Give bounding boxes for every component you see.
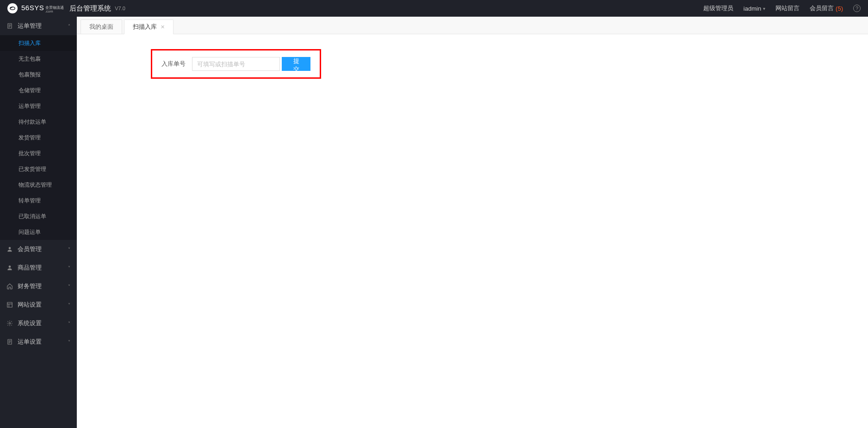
svg-point-9 bbox=[9, 322, 11, 324]
tab[interactable]: 我的桌面 bbox=[81, 19, 122, 34]
sidebar-item[interactable]: 已发货管理 bbox=[0, 161, 77, 177]
main-area: 我的桌面扫描入库✕ 入库单号 提交 bbox=[77, 17, 868, 428]
sidebar-item[interactable]: 无主包裹 bbox=[0, 51, 77, 67]
app-header: 56SYS全景物流通.com 后台管理系统 V7.0 超级管理员 iadmin … bbox=[0, 0, 868, 17]
sidebar-group-label: 运单设置 bbox=[18, 338, 42, 346]
home-icon bbox=[6, 283, 13, 290]
sidebar-item[interactable]: 批次管理 bbox=[0, 145, 77, 161]
sidebar-item[interactable]: 扫描入库 bbox=[0, 35, 77, 51]
sidebar: 运单管理˄扫描入库无主包裹包裹预报仓储管理运单管理待付款运单发货管理批次管理已发… bbox=[0, 17, 77, 428]
chevron-down-icon: ˅ bbox=[68, 302, 70, 308]
sidebar-item[interactable]: 转单管理 bbox=[0, 193, 77, 208]
system-title: 后台管理系统 bbox=[69, 4, 111, 13]
user-name: iadmin bbox=[744, 5, 761, 12]
sidebar-group[interactable]: 网站设置˅ bbox=[0, 296, 77, 314]
tab[interactable]: 扫描入库✕ bbox=[124, 19, 174, 34]
order-number-input[interactable] bbox=[192, 57, 280, 71]
sidebar-group-label: 系统设置 bbox=[18, 319, 42, 327]
sidebar-group[interactable]: 系统设置˅ bbox=[0, 314, 77, 333]
svg-point-5 bbox=[9, 265, 11, 268]
tab-label: 我的桌面 bbox=[89, 20, 113, 34]
submit-button[interactable]: 提交 bbox=[282, 57, 310, 71]
header-right: 超级管理员 iadmin ▾ 网站留言 会员留言 (5) ? bbox=[703, 4, 861, 13]
logo-text: 56SYS全景物流通.com bbox=[21, 4, 64, 13]
tab-bar: 我的桌面扫描入库✕ bbox=[77, 17, 868, 34]
sidebar-item[interactable]: 已取消运单 bbox=[0, 208, 77, 224]
help-button[interactable]: ? bbox=[853, 5, 861, 12]
sidebar-group[interactable]: 会员管理˅ bbox=[0, 240, 77, 258]
sidebar-group-label: 财务管理 bbox=[18, 282, 42, 290]
sidebar-item[interactable]: 仓储管理 bbox=[0, 82, 77, 98]
sidebar-item[interactable]: 待付款运单 bbox=[0, 114, 77, 130]
sidebar-group[interactable]: 运单管理˄ bbox=[0, 17, 77, 35]
doc-icon bbox=[6, 339, 13, 345]
logo: 56SYS全景物流通.com bbox=[7, 3, 64, 13]
sidebar-group-label: 网站设置 bbox=[18, 301, 42, 309]
logo-icon bbox=[7, 3, 18, 13]
sidebar-group-label: 商品管理 bbox=[18, 264, 42, 272]
user-icon bbox=[6, 246, 13, 252]
sidebar-group[interactable]: 商品管理˅ bbox=[0, 258, 77, 277]
content-panel: 入库单号 提交 bbox=[77, 34, 868, 428]
chevron-down-icon: ˅ bbox=[68, 265, 70, 271]
close-icon[interactable]: ✕ bbox=[161, 20, 165, 34]
tab-label: 扫描入库 bbox=[133, 20, 157, 34]
sidebar-item[interactable]: 运单管理 bbox=[0, 98, 77, 114]
logo-sub2: .com bbox=[45, 10, 64, 13]
chevron-up-icon: ˄ bbox=[68, 24, 70, 29]
user-menu[interactable]: iadmin ▾ bbox=[744, 5, 765, 12]
scan-form-highlight: 入库单号 提交 bbox=[151, 49, 321, 79]
chevron-down-icon: ▾ bbox=[763, 6, 765, 11]
svg-point-4 bbox=[9, 247, 11, 249]
chevron-down-icon: ˅ bbox=[68, 321, 70, 326]
role-label: 超级管理员 bbox=[703, 4, 733, 13]
sidebar-item[interactable]: 发货管理 bbox=[0, 130, 77, 145]
help-icon: ? bbox=[853, 5, 861, 12]
member-message-link[interactable]: 会员留言 (5) bbox=[810, 4, 843, 13]
sidebar-group[interactable]: 财务管理˅ bbox=[0, 277, 77, 296]
doc-icon bbox=[6, 23, 13, 29]
sidebar-item[interactable]: 包裹预报 bbox=[0, 67, 77, 82]
svg-rect-6 bbox=[7, 302, 12, 308]
chevron-down-icon: ˅ bbox=[68, 247, 70, 252]
site-message-link[interactable]: 网站留言 bbox=[775, 4, 800, 13]
user-icon bbox=[6, 264, 13, 271]
sidebar-group-label: 会员管理 bbox=[18, 245, 42, 253]
sidebar-item[interactable]: 问题运单 bbox=[0, 224, 77, 240]
sidebar-item[interactable]: 物流状态管理 bbox=[0, 177, 77, 193]
sidebar-group[interactable]: 运单设置˅ bbox=[0, 333, 77, 351]
gear-icon bbox=[6, 320, 13, 327]
chevron-down-icon: ˅ bbox=[68, 284, 70, 289]
system-version: V7.0 bbox=[115, 6, 125, 11]
member-message-count: (5) bbox=[836, 5, 843, 12]
chevron-down-icon: ˅ bbox=[68, 340, 70, 345]
member-message-label: 会员留言 bbox=[810, 4, 834, 13]
sidebar-submenu: 扫描入库无主包裹包裹预报仓储管理运单管理待付款运单发货管理批次管理已发货管理物流… bbox=[0, 35, 77, 240]
layout-icon bbox=[6, 302, 13, 308]
sidebar-group-label: 运单管理 bbox=[18, 22, 42, 30]
form-label-order-no: 入库单号 bbox=[161, 60, 186, 68]
logo-main: 56SYS bbox=[21, 4, 44, 12]
